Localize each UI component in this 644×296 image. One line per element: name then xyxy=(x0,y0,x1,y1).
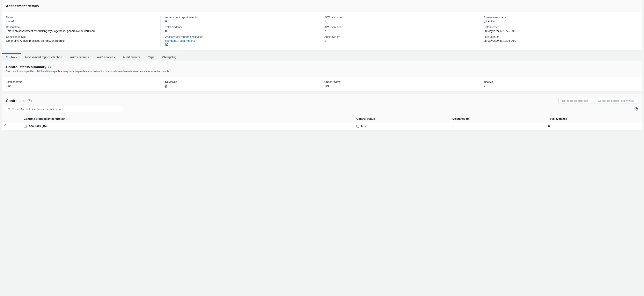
svg-line-1 xyxy=(10,110,10,110)
compliance-type-value: Generative AI best practices on Amazon B… xyxy=(6,39,156,42)
report-selection-label: Assessment report selection xyxy=(165,16,315,19)
control-sets-heading: Control sets xyxy=(6,99,26,103)
aws-services-value: 7 xyxy=(324,30,474,33)
last-updated-value: 28 May 2024 at 12:25 UTC xyxy=(484,39,633,42)
assessment-details-header: Assessment details xyxy=(2,0,642,12)
control-sets-header: Control sets (8) Delegate control set Co… xyxy=(2,94,642,104)
tab-controls[interactable]: Controls xyxy=(2,53,21,61)
table-row: + Accuracy (15) Active - 0 xyxy=(2,122,642,130)
audit-owners-value: 1 xyxy=(324,39,474,42)
under-review-label: Under review xyxy=(324,80,474,83)
col-controls-grouped[interactable]: Controls grouped by control set xyxy=(22,115,354,122)
tab-aws-services[interactable]: AWS services xyxy=(93,53,119,61)
delegate-control-set-button[interactable]: Delegate control set xyxy=(558,98,592,104)
svg-point-0 xyxy=(8,108,10,110)
status-in-progress-icon xyxy=(484,20,487,23)
reports-destination-link[interactable]: s3://demo1-audit-reports xyxy=(165,39,195,42)
row-name: Accuracy (15) xyxy=(29,124,47,127)
last-updated-label: Last updated xyxy=(484,35,633,38)
total-evidence-label: Total evidence xyxy=(165,26,315,29)
report-selection-value: 0 xyxy=(165,20,315,23)
control-status-summary-header: Control status summary Info The control … xyxy=(2,61,642,77)
tabs-bar: Controls Assessment report selection AWS… xyxy=(2,53,642,61)
assessment-details-panel: Assessment details Name demo1 Descriptio… xyxy=(2,0,642,50)
external-link-icon[interactable] xyxy=(165,43,315,46)
expand-icon[interactable]: + xyxy=(24,125,26,128)
tab-audit-owners[interactable]: Audit owners xyxy=(119,53,144,61)
reviewed-value: 0 xyxy=(165,84,167,88)
description-label: Description xyxy=(6,26,156,29)
complete-control-set-review-button[interactable]: Complete control set review xyxy=(594,98,638,104)
col-control-status[interactable]: Control status xyxy=(354,115,450,122)
row-delegated: - xyxy=(450,122,546,130)
total-controls-label: Total controls xyxy=(6,80,156,83)
assessment-status-value: Active xyxy=(488,20,495,23)
name-value: demo1 xyxy=(6,20,156,23)
search-icon xyxy=(8,108,10,110)
aws-accounts-value: 1 xyxy=(324,20,474,23)
search-box[interactable] xyxy=(6,106,123,112)
control-status-summary-description: The control status specifies if AWS Audi… xyxy=(6,70,638,73)
info-link[interactable]: Info xyxy=(48,66,52,69)
status-in-progress-icon xyxy=(356,125,360,128)
total-controls-value: 110 xyxy=(6,84,156,87)
tab-aws-accounts[interactable]: AWS accounts xyxy=(66,53,93,61)
assessment-details-heading: Assessment details xyxy=(6,4,638,8)
row-evidence: 0 xyxy=(546,122,642,130)
inactive-label: Inactive xyxy=(484,80,634,83)
date-created-value: 28 May 2024 at 12:25 UTC xyxy=(484,30,633,33)
details-col-1: Name demo1 Description This is an assess… xyxy=(6,16,160,46)
assessment-status-label: Assessment status xyxy=(484,16,633,19)
control-sets-table: Controls grouped by control set Control … xyxy=(2,115,642,130)
col-total-evidence[interactable]: Total evidence xyxy=(546,115,642,122)
audit-owners-label: Audit owners xyxy=(324,35,474,38)
details-col-2: Assessment report selection 0 Total evid… xyxy=(160,16,320,46)
control-status-summary-heading: Control status summary xyxy=(6,65,46,69)
tab-assessment-report-selection[interactable]: Assessment report selection xyxy=(21,53,66,61)
control-sets-count: (8) xyxy=(28,99,32,103)
total-evidence-value: 0 xyxy=(165,30,315,33)
row-select-radio[interactable] xyxy=(4,124,7,127)
control-sets-panel: Control sets (8) Delegate control set Co… xyxy=(2,94,642,130)
inactive-value: 0 xyxy=(484,84,634,87)
search-input[interactable] xyxy=(12,108,121,111)
under-review-value: 110 xyxy=(324,84,474,87)
reviewed-label: Reviewed xyxy=(165,80,315,83)
tab-changelog[interactable]: Changelog xyxy=(158,53,180,61)
date-created-label: Date created xyxy=(484,26,633,29)
description-value: This is an assessment for auditing my Sa… xyxy=(6,30,156,33)
compliance-type-label: Compliance type xyxy=(6,35,156,38)
aws-services-label: AWS services xyxy=(324,26,474,29)
name-label: Name xyxy=(6,16,156,19)
control-status-summary-panel: Control status summary Info The control … xyxy=(2,61,642,91)
col-delegated-to[interactable]: Delegated to xyxy=(450,115,546,122)
aws-accounts-label: AWS accounts xyxy=(324,16,474,19)
svg-point-2 xyxy=(636,108,637,109)
details-col-3: AWS accounts 1 AWS services 7 Audit owne… xyxy=(320,16,479,46)
details-col-4: Assessment status Active Date created 28… xyxy=(479,16,638,46)
settings-gear-icon[interactable] xyxy=(634,107,638,111)
row-status: Active xyxy=(360,125,368,128)
tab-tags[interactable]: Tags xyxy=(144,53,158,61)
reports-destination-label: Assessment reports destination xyxy=(165,35,315,38)
